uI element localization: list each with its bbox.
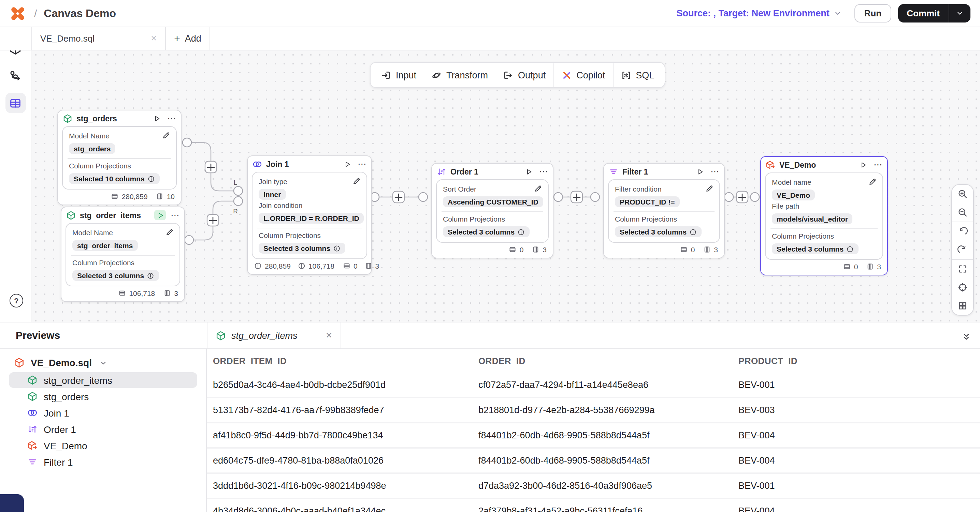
add-tab-button[interactable]: + Add [166, 27, 210, 50]
commit-dropdown-button[interactable] [949, 4, 970, 22]
play-button[interactable] [857, 160, 869, 170]
add-step-button[interactable] [205, 161, 217, 173]
field-value-pill[interactable]: Selected 3 columns [259, 243, 345, 254]
edit-icon[interactable] [165, 228, 174, 236]
more-menu-button[interactable]: ⋯ [170, 212, 180, 219]
info-icon[interactable] [147, 272, 154, 279]
commit-label[interactable]: Commit [898, 4, 948, 22]
edit-icon[interactable] [534, 184, 542, 193]
tree-item-stg-order-items[interactable]: stg_order_items [9, 372, 197, 388]
play-button[interactable] [694, 166, 706, 177]
run-button[interactable]: Run [855, 4, 891, 22]
more-menu-button[interactable]: ⋯ [710, 168, 719, 175]
field-value-pill[interactable]: stg_order_items [72, 240, 137, 251]
rail-lineage-button[interactable] [5, 65, 25, 86]
commit-button[interactable]: Commit [898, 4, 970, 22]
port-ve-in[interactable] [750, 193, 759, 201]
field-value-pill[interactable]: Selected 10 columns [69, 173, 160, 184]
field-value: Selected 3 columns [776, 245, 843, 253]
more-menu-button[interactable]: ⋯ [358, 160, 366, 167]
chat-widget-corner[interactable] [0, 494, 24, 512]
field-value-pill[interactable]: PRODUCT_ID != [615, 197, 680, 207]
model-cube-icon [216, 330, 226, 341]
fit-view-button[interactable] [952, 260, 973, 278]
info-icon[interactable] [517, 228, 525, 236]
node-join-1[interactable]: Join 1 ⋯ Join type Inner Join condition … [247, 155, 372, 275]
preview-tab-close-icon[interactable]: ✕ [326, 331, 332, 340]
node-stg-orders[interactable]: stg_orders ⋯ Model Name stg_orders Colum… [57, 110, 181, 205]
tree-item-stg-orders[interactable]: stg_orders [9, 388, 197, 404]
add-step-button[interactable] [393, 191, 404, 203]
more-menu-button[interactable]: ⋯ [539, 168, 548, 175]
output-button[interactable]: Output [495, 63, 553, 87]
info-icon[interactable] [846, 245, 854, 253]
play-button[interactable] [154, 210, 166, 220]
input-button[interactable]: Input [373, 63, 424, 87]
node-order-1[interactable]: Order 1 ⋯ Sort Order Ascending CUSTOMER_… [431, 163, 554, 258]
field-value-pill[interactable]: stg_orders [69, 143, 116, 154]
field-value-pill[interactable]: L.ORDER_ID = R.ORDER_ID [259, 213, 364, 224]
info-icon[interactable] [147, 175, 155, 182]
field-value-pill[interactable]: models/visual_editor [772, 213, 853, 224]
field-label: Filter condition [615, 185, 713, 193]
field-value-pill[interactable]: Selected 3 columns [72, 270, 159, 281]
add-step-button[interactable] [571, 191, 582, 203]
center-button[interactable] [952, 278, 973, 296]
play-button[interactable] [341, 159, 353, 169]
zoom-in-button[interactable] [952, 185, 973, 203]
tree-item-ve-demo[interactable]: VE_Demo [9, 437, 197, 453]
preview-tab-stg-order-items[interactable]: stg_order_items ✕ [207, 322, 341, 349]
tree-item-filter-1[interactable]: Filter 1 [9, 454, 197, 470]
tab-close-icon[interactable]: ✕ [151, 34, 157, 43]
info-icon[interactable] [333, 244, 340, 252]
node-config-card: Model name VE_Demo File path models/visu… [765, 173, 883, 260]
node-filter-1[interactable]: Filter 1 ⋯ Filter condition PRODUCT_ID !… [603, 163, 725, 258]
layout-button[interactable] [952, 296, 973, 315]
play-button[interactable] [151, 113, 162, 124]
port-filter-out[interactable] [724, 193, 733, 201]
add-step-button[interactable] [737, 191, 748, 203]
port-filter-in[interactable] [591, 193, 600, 201]
port-stg-items-out[interactable] [185, 236, 194, 244]
field-value-pill[interactable]: Selected 3 columns [772, 243, 859, 254]
chevron-down-icon[interactable] [99, 358, 108, 367]
field-value-pill[interactable]: VE_Demo [772, 190, 815, 200]
environment-selector[interactable]: Source: , Target: New Environment [677, 8, 843, 18]
more-menu-button[interactable]: ⋯ [167, 115, 176, 122]
copilot-button[interactable]: Copilot [554, 63, 612, 87]
pipeline-canvas[interactable]: L R Input Transform Output [32, 51, 980, 322]
sql-button[interactable]: SQL [613, 63, 662, 87]
tree-item-join-1[interactable]: Join 1 [9, 405, 197, 421]
edit-icon[interactable] [705, 184, 714, 193]
collapse-panel-button[interactable] [961, 330, 972, 342]
play-button[interactable] [523, 166, 535, 177]
transform-button[interactable]: Transform [424, 63, 495, 87]
field-value-pill[interactable]: Ascending CUSTOMER_ID [443, 197, 543, 207]
tab-ve-demo-sql[interactable]: VE_Demo.sql ✕ [32, 27, 166, 50]
tree-item-order-1[interactable]: Order 1 [9, 421, 197, 437]
redo-button[interactable] [952, 241, 973, 259]
edit-icon[interactable] [868, 177, 877, 186]
edit-icon[interactable] [162, 131, 170, 140]
port-order-out[interactable] [554, 193, 563, 201]
edit-icon[interactable] [352, 177, 361, 185]
node-stg-order-items[interactable]: stg_order_items ⋯ Model Name stg_order_i… [61, 206, 185, 302]
undo-button[interactable] [952, 222, 973, 241]
field-value-pill[interactable]: Selected 3 columns [443, 226, 530, 237]
port-stg-orders-out[interactable] [183, 138, 191, 147]
port-join-right-in[interactable] [234, 197, 243, 206]
tree-root-ve-demo-sql[interactable]: VE_Demo.sql [0, 353, 206, 372]
plus-icon: + [174, 33, 180, 44]
port-order-in[interactable] [419, 193, 428, 201]
add-step-button[interactable] [207, 214, 219, 226]
rail-table-button[interactable] [5, 93, 25, 113]
zoom-out-button[interactable] [952, 203, 973, 222]
port-join-left-in[interactable] [234, 187, 243, 195]
app-logo-icon[interactable] [10, 5, 26, 21]
help-button[interactable]: ? [10, 294, 23, 308]
node-ve-demo[interactable]: VE_Demo ⋯ Model name VE_Demo File path m… [760, 156, 888, 276]
field-value-pill[interactable]: Inner [259, 189, 286, 200]
info-icon[interactable] [689, 228, 697, 236]
more-menu-button[interactable]: ⋯ [873, 161, 882, 168]
field-value-pill[interactable]: Selected 3 columns [615, 226, 702, 237]
